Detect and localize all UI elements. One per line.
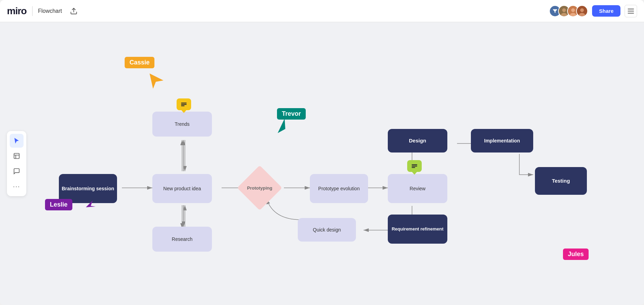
cassie-cursor-arrow — [146, 70, 167, 91]
svg-rect-26 — [412, 166, 417, 167]
node-testing[interactable]: Testing — [535, 167, 587, 195]
comment-tool[interactable] — [10, 164, 24, 178]
svg-marker-29 — [86, 200, 96, 207]
left-toolbar: ··· — [7, 131, 26, 196]
svg-marker-28 — [150, 73, 163, 89]
svg-rect-23 — [181, 104, 187, 105]
header: miro Flowchart — [0, 0, 644, 22]
svg-marker-30 — [278, 119, 285, 133]
svg-rect-4 — [14, 154, 19, 159]
header-right: Share — [549, 5, 637, 17]
comment-bubble-trends[interactable] — [177, 98, 191, 110]
app-container: miro Flowchart — [0, 0, 644, 305]
node-new-product-idea[interactable]: New product idea — [152, 174, 212, 203]
cursor-trevor: Trevor — [277, 108, 306, 120]
trevor-cursor-arrow — [278, 119, 292, 134]
node-quick-design[interactable]: Quick design — [298, 218, 356, 242]
svg-rect-3 — [628, 13, 634, 14]
leslie-cursor-arrow — [82, 197, 96, 211]
arrow-canvas — [0, 22, 644, 305]
node-research[interactable]: Research — [152, 227, 212, 252]
node-trends[interactable]: Trends — [152, 112, 212, 137]
avatar-user3 — [576, 5, 588, 17]
svg-rect-25 — [412, 164, 417, 165]
comment-bubble-review[interactable] — [407, 160, 422, 172]
canvas[interactable]: ··· — [0, 22, 644, 305]
avatar-group — [549, 5, 588, 17]
export-button[interactable] — [68, 5, 80, 17]
node-prototyping-label: Prototyping — [247, 185, 272, 191]
header-divider — [32, 6, 33, 16]
node-review[interactable]: Review — [388, 174, 447, 203]
svg-rect-22 — [181, 103, 187, 104]
svg-rect-27 — [412, 167, 415, 168]
svg-rect-1 — [628, 9, 634, 9]
svg-rect-24 — [181, 105, 185, 106]
cursor-jules: Jules — [563, 249, 589, 260]
node-prototype-evolution[interactable]: Prototype evolution — [310, 174, 368, 203]
node-implementation[interactable]: Implementation — [471, 129, 533, 152]
more-tools[interactable]: ··· — [10, 180, 24, 193]
header-left: miro Flowchart — [7, 5, 80, 17]
node-prototyping-wrapper[interactable]: Prototyping — [239, 172, 280, 204]
menu-icon-button[interactable] — [625, 5, 637, 17]
cursor-leslie: Leslie — [45, 199, 72, 210]
cursor-cassie: Cassie — [125, 57, 154, 68]
sticky-note-tool[interactable] — [10, 149, 24, 163]
header-title: Flowchart — [38, 8, 62, 14]
node-requirement-refinement[interactable]: Requirement refinement — [388, 215, 447, 244]
miro-logo: miro — [7, 6, 27, 17]
node-design[interactable]: Design — [388, 129, 447, 152]
select-tool[interactable] — [10, 134, 24, 148]
share-button[interactable]: Share — [592, 5, 620, 17]
svg-rect-2 — [628, 11, 634, 11]
